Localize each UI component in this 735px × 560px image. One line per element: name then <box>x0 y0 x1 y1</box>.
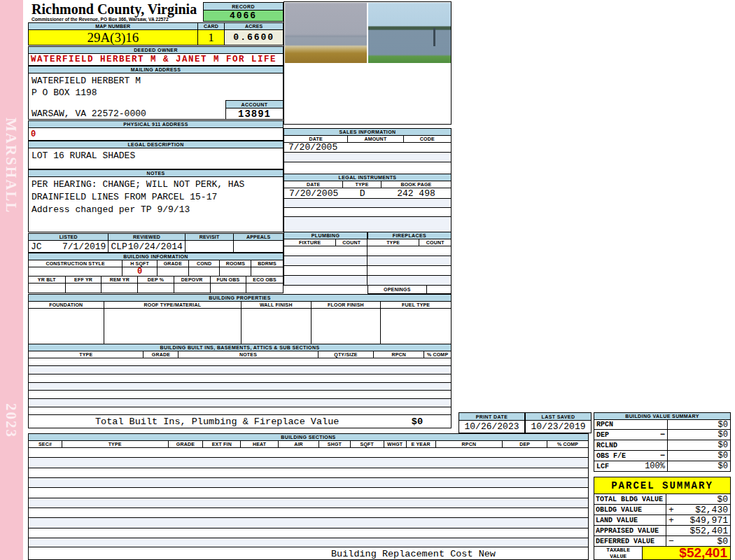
parcel-deferred-value: $0 <box>717 536 728 546</box>
funobs-header: FUN OBS <box>211 276 247 283</box>
fuel-type-value <box>381 309 451 344</box>
parcel-total-bldg-value: $0 <box>717 494 728 504</box>
sec-grade-header: GRADE <box>169 441 204 447</box>
sec-whgt-header: WHGT <box>384 441 407 447</box>
instruments-row-4 <box>284 216 451 232</box>
parcel-obldg-label: OBLDG VALUE <box>594 505 666 514</box>
taxable-value-label: TAXABLE VALUE <box>594 547 643 559</box>
reviewed-by: CLP <box>111 241 127 252</box>
plumbing-row-2 <box>284 255 451 266</box>
taxable-label-line-2: VALUE <box>610 553 626 559</box>
review-value-row: JC 7/1/2019 CLP 10/24/2014 <box>28 240 284 253</box>
rooms-header: ROOMS <box>220 260 251 267</box>
builtin-rpcn-header: RPCN <box>374 351 424 358</box>
sales-row-3 <box>284 162 451 174</box>
instrument-row-1-bookpage: 242 498 <box>382 188 451 198</box>
floor-finish-header: FLOOR FINISH <box>312 302 382 308</box>
parcel-obldg-value: $2,430 <box>695 505 728 514</box>
sales-row-1-date: 7/20/2005 <box>288 142 337 153</box>
notes-box: PER HEARING: CHANGE; WILL NOT PERK, HAS … <box>28 176 284 232</box>
card-header: CARD <box>198 23 225 29</box>
taxable-label-line-1: TAXABLE <box>606 547 630 553</box>
sections-empty-row <box>28 457 589 468</box>
parcel-row-total-bldg: TOTAL BLDG VALUE $0 <box>594 493 731 505</box>
builtin-qty-header: QTY/SIZE <box>318 351 374 358</box>
acres-header: ACRES <box>225 23 283 29</box>
parcel-land-op: + <box>668 515 674 525</box>
sec-shgt-header: SHGT <box>319 441 351 447</box>
builtin-comp-header: % COMP <box>424 351 451 358</box>
plumbing-count-header: COUNT <box>336 239 368 246</box>
waterfront-photo-2[interactable] <box>368 3 451 63</box>
depovr-header: DEPOVR <box>174 276 211 283</box>
bvs-lcf-value: $0 <box>668 461 730 471</box>
mailing-line-2: P O BOX 1198 <box>31 88 97 98</box>
plumbing-row-1 <box>284 246 451 256</box>
bvs-dep-op: − <box>660 430 665 440</box>
sections-empty-row <box>28 498 589 508</box>
taxable-value-amount: $52,401 <box>643 547 730 559</box>
fireplace-type-header: TYPE <box>368 239 419 246</box>
parcel-row-deferred: DEFERRED VALUE − $0 <box>594 536 731 547</box>
deeded-owner-value: WATERFIELD HERBERT M & JANET M FOR LIFE <box>28 53 284 66</box>
reviewed-date: 10/24/2014 <box>128 241 183 252</box>
plumbing-cell <box>284 266 368 275</box>
print-date-value: 10/26/2023 <box>458 420 525 433</box>
ecoobs-header: ECO OBS <box>246 276 283 283</box>
bvs-row-rpcn: RPCN $0 <box>594 419 731 430</box>
instrument-row-1-date: 7/20/2005 <box>284 188 343 198</box>
instruments-row-1: 7/20/2005 D 242 498 <box>284 188 451 199</box>
parcel-summary-header: PARCEL SUMMARY <box>594 477 731 494</box>
hsqft-value: 0 <box>122 267 158 276</box>
plumbing-row-4 <box>284 275 451 286</box>
fireplace-count-header: COUNT <box>419 239 451 246</box>
bvs-rclnd-label: RCLND <box>596 442 617 449</box>
sections-empty-row <box>28 538 589 547</box>
sec-type-header: TYPE <box>62 441 169 447</box>
grade-header: GRADE <box>158 260 189 267</box>
photo-panel <box>284 1 451 125</box>
acres-value: 0.6600 <box>225 30 283 45</box>
account-value: 13891 <box>225 108 284 120</box>
photo-post-detail <box>433 28 435 46</box>
bvs-obs-op: − <box>660 451 665 461</box>
wall-finish-header: WALL FINISH <box>241 302 312 308</box>
bvs-row-rclnd: RCLND $0 <box>594 440 731 451</box>
fireplace-cell <box>368 266 451 275</box>
bvs-obs-label: OBS F/E <box>596 452 626 460</box>
building-info-values-2 <box>28 283 284 293</box>
waterfront-photo-1[interactable] <box>285 3 367 63</box>
listed-date: 7/1/2019 <box>62 241 106 252</box>
parcel-obldg-op: + <box>668 505 674 514</box>
sec-rpcn-header: RPCN <box>436 441 503 447</box>
legal-description-value: LOT 16 RURAL SHADES <box>31 150 135 161</box>
sales-date-header: DATE <box>284 136 348 142</box>
openings-row: OPENINGS <box>368 285 451 294</box>
built-ins-total-label: Total Built Ins, Plumbing & Fireplace Va… <box>95 416 339 427</box>
bvs-lcf-label: LCF <box>596 463 609 470</box>
remyr-header: REM YR <box>102 276 138 283</box>
openings-value <box>427 286 451 293</box>
appeals-cell <box>234 241 283 252</box>
wall-finish-value <box>241 309 312 344</box>
properties-values <box>28 308 451 344</box>
effyr-value <box>66 284 102 293</box>
fireplace-cell <box>368 246 451 255</box>
map-number-value: 29A(3)16 <box>29 30 198 45</box>
bvs-dep-label: DEP <box>596 431 609 439</box>
record-value: 4066 <box>203 10 284 22</box>
instruments-row-3 <box>284 207 451 217</box>
bvs-dep-value: $0 <box>668 430 730 440</box>
sections-empty-row <box>28 528 589 538</box>
funobs-value <box>211 284 247 293</box>
instrument-type-header: TYPE <box>343 181 382 188</box>
parcel-row-obldg: OBLDG VALUE + $2,430 <box>594 504 731 515</box>
appeals-header: APPEALS <box>234 234 283 240</box>
sec-heat-header: HEAT <box>241 441 279 447</box>
bdrms-header: BDRMS <box>251 260 283 267</box>
fireplace-cell <box>368 256 451 265</box>
yrblt-value <box>29 284 66 293</box>
sec-extfin-header: EXT FIN <box>203 441 241 447</box>
yrblt-header: YR BLT <box>29 276 66 283</box>
sales-amount-header: AMOUNT <box>348 136 403 142</box>
